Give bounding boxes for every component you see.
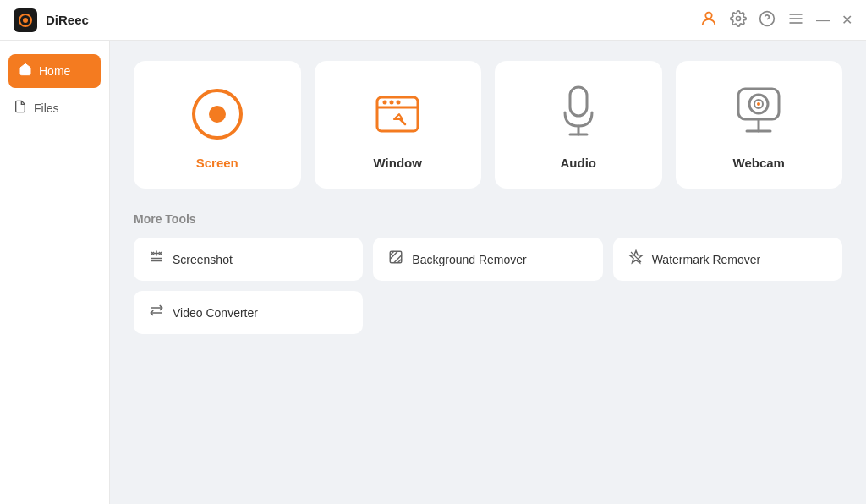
webcam-card[interactable]: Webcam [676, 61, 843, 189]
watermark-remover-icon [628, 249, 644, 269]
watermark-remover-tool-button[interactable]: Watermark Remover [613, 238, 842, 281]
svg-point-0 [705, 12, 711, 18]
sidebar: Home Files [0, 41, 110, 504]
profile-icon[interactable] [699, 9, 718, 31]
app-logo [14, 8, 37, 32]
webcam-icon [733, 85, 784, 143]
window-card[interactable]: Window [315, 61, 482, 189]
minimize-button[interactable]: — [816, 14, 830, 27]
sidebar-item-home[interactable]: Home [8, 54, 101, 88]
audio-label: Audio [561, 156, 597, 170]
watermark-remover-label: Watermark Remover [652, 253, 761, 266]
logo-dot [23, 18, 28, 23]
audio-icon [558, 85, 599, 143]
background-remover-label: Background Remover [412, 253, 526, 266]
sidebar-home-label: Home [39, 64, 70, 78]
webcam-icon-wrap [729, 85, 788, 144]
more-tools-section: More Tools [134, 212, 842, 334]
title-bar: DiReec [0, 0, 866, 41]
record-cards: Screen Window [134, 61, 842, 189]
svg-line-31 [391, 251, 398, 259]
svg-point-9 [383, 101, 387, 105]
screen-icon-wrap [188, 85, 247, 144]
window-icon [375, 96, 419, 133]
app-body: Home Files Screen [0, 41, 866, 504]
video-converter-label: Video Converter [173, 306, 258, 320]
files-icon [14, 100, 27, 117]
video-converter-icon [149, 303, 164, 322]
screen-label: Screen [196, 156, 238, 170]
tools-grid: Screenshot Background Remover [134, 238, 842, 334]
svg-point-1 [737, 17, 741, 21]
screen-icon [192, 89, 243, 140]
app-brand: DiReec [14, 8, 89, 32]
settings-icon[interactable] [730, 10, 747, 30]
background-remover-icon [388, 249, 403, 269]
audio-icon-wrap [549, 85, 608, 144]
window-icon-wrap [368, 85, 427, 144]
more-tools-title: More Tools [134, 212, 842, 226]
webcam-label: Webcam [733, 156, 785, 170]
screen-card[interactable]: Screen [134, 61, 301, 189]
screen-dot [209, 106, 226, 123]
sidebar-files-label: Files [34, 101, 59, 115]
background-remover-tool-button[interactable]: Background Remover [373, 238, 602, 281]
logo-ring [19, 14, 32, 27]
svg-point-10 [390, 101, 394, 105]
app-name: DiReec [46, 13, 89, 27]
svg-point-11 [397, 101, 401, 105]
video-converter-tool-button[interactable]: Video Converter [134, 291, 363, 334]
close-button[interactable]: ✕ [841, 14, 852, 27]
screenshot-label: Screenshot [173, 253, 233, 266]
window-label: Window [374, 156, 422, 170]
audio-card[interactable]: Audio [495, 61, 662, 189]
help-icon[interactable] [759, 10, 776, 30]
svg-rect-13 [570, 87, 587, 116]
main-content: Screen Window [110, 41, 866, 504]
svg-point-19 [757, 102, 760, 106]
home-icon [19, 63, 32, 79]
screenshot-icon [149, 249, 164, 269]
sidebar-item-files[interactable]: Files [0, 91, 109, 125]
window-controls: — ✕ [699, 9, 852, 31]
screenshot-tool-button[interactable]: Screenshot [134, 238, 363, 281]
menu-icon[interactable] [787, 10, 804, 30]
